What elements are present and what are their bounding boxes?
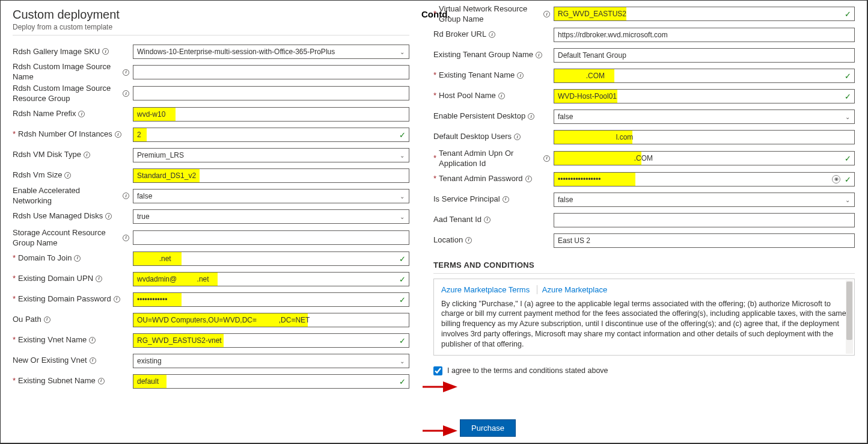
info-icon[interactable] <box>543 155 550 162</box>
arrow-icon <box>421 381 459 393</box>
custom-img-name-input[interactable] <box>133 65 409 79</box>
terms-text: By clicking "Purchase," I (a) agree to t… <box>441 299 847 350</box>
required-icon: * <box>433 174 436 184</box>
domain-upn-input[interactable] <box>133 272 409 286</box>
accel-net-select[interactable] <box>133 189 409 203</box>
required-icon: * <box>13 335 16 345</box>
info-icon[interactable] <box>517 72 524 79</box>
ou-path-input[interactable] <box>133 313 409 327</box>
label-disk-type: Rdsh VM Disk Type <box>13 150 81 160</box>
info-icon[interactable] <box>78 111 85 117</box>
info-icon[interactable] <box>514 134 521 140</box>
agree-label: I agree to the terms and conditions stat… <box>447 366 608 375</box>
info-icon[interactable] <box>89 337 96 344</box>
storage-rg-input[interactable] <box>133 230 409 245</box>
info-icon[interactable] <box>105 213 112 220</box>
info-icon[interactable] <box>64 172 71 179</box>
label-storage-rg: Storage Account Resource Group Name <box>13 228 120 248</box>
info-icon[interactable] <box>102 48 109 55</box>
subnet-name-input[interactable] <box>133 374 409 389</box>
disk-type-select[interactable] <box>133 148 409 162</box>
info-icon[interactable] <box>123 69 129 76</box>
label-new-exist-vnet: New Or Existing Vnet <box>13 356 87 366</box>
label-default-users: Default Desktop Users <box>433 132 512 142</box>
info-icon[interactable] <box>528 113 534 120</box>
admin-pwd-input[interactable] <box>554 172 855 187</box>
scrollbar[interactable] <box>846 280 853 354</box>
info-icon[interactable] <box>123 235 129 241</box>
label-domain-pwd: Existing Domain Password <box>18 294 111 304</box>
label-vnet-name: Existing Vnet Name <box>18 335 87 345</box>
required-icon: * <box>13 294 16 304</box>
info-icon[interactable] <box>123 90 129 97</box>
label-tenant-group: Existing Tenant Group Name <box>433 50 533 60</box>
vm-size-input[interactable] <box>133 168 409 183</box>
info-icon[interactable] <box>123 193 129 199</box>
location-input[interactable] <box>554 233 855 248</box>
info-icon[interactable] <box>114 296 120 303</box>
label-persistent: Enable Persistent Desktop <box>433 111 525 122</box>
label-custom-img-name: Rdsh Custom Image Source Name <box>13 62 120 82</box>
info-icon[interactable] <box>98 378 105 384</box>
vnet-name-input[interactable] <box>133 333 409 348</box>
info-icon[interactable] <box>465 237 472 244</box>
info-icon[interactable] <box>44 316 50 323</box>
name-prefix-input[interactable] <box>133 107 409 122</box>
label-vm-size: Rdsh Vm Size <box>13 170 62 180</box>
terms-heading: TERMS AND CONDITIONS <box>433 261 855 274</box>
info-icon[interactable] <box>484 217 491 223</box>
domain-join-input[interactable] <box>133 251 409 266</box>
arrow-icon <box>421 425 459 437</box>
info-icon[interactable] <box>115 131 121 138</box>
admin-upn-input[interactable] <box>554 151 855 165</box>
info-icon[interactable] <box>543 11 550 17</box>
custom-img-rg-input[interactable] <box>133 86 409 100</box>
new-exist-vnet-select[interactable] <box>133 354 409 368</box>
label-is-sp: Is Service Principal <box>433 194 500 205</box>
persistent-select[interactable] <box>554 109 855 124</box>
label-name-prefix: Rdsh Name Prefix <box>13 109 76 119</box>
agree-checkbox[interactable] <box>433 366 442 375</box>
tenant-name-input[interactable] <box>554 69 855 83</box>
required-icon: * <box>433 9 436 19</box>
terms-box: Azure Marketplace Terms Azure Marketplac… <box>433 279 855 356</box>
broker-url-input[interactable] <box>554 28 855 42</box>
info-icon[interactable] <box>74 255 81 262</box>
required-icon: * <box>433 91 436 101</box>
required-icon: * <box>13 253 16 264</box>
default-users-input[interactable] <box>554 130 855 144</box>
tenant-group-input[interactable] <box>554 48 855 63</box>
info-icon[interactable] <box>503 196 509 203</box>
header-divider <box>13 35 409 35</box>
label-domain-upn: Existing Domain UPN <box>18 274 93 284</box>
gallery-sku-select[interactable] <box>133 45 409 59</box>
info-icon[interactable] <box>525 176 532 182</box>
managed-disks-select[interactable] <box>133 209 409 224</box>
info-icon[interactable] <box>489 31 495 38</box>
azure-marketplace-terms-link[interactable]: Azure Marketplace Terms <box>441 285 530 294</box>
label-tenant-name: Existing Tenant Name <box>439 70 515 81</box>
info-icon[interactable] <box>96 276 102 282</box>
required-icon: * <box>433 70 436 81</box>
label-admin-pwd: Tenant Admin Password <box>439 174 522 184</box>
vnet-rg-input[interactable] <box>554 7 855 21</box>
domain-pwd-input[interactable] <box>133 292 409 307</box>
host-pool-input[interactable] <box>554 89 855 103</box>
required-icon: * <box>13 129 16 140</box>
aad-tenant-input[interactable] <box>554 213 855 227</box>
info-icon[interactable] <box>498 93 505 99</box>
info-icon[interactable] <box>84 152 90 158</box>
num-instances-input[interactable] <box>133 128 409 142</box>
is-sp-select[interactable] <box>554 193 855 207</box>
reveal-password-icon[interactable] <box>832 175 840 183</box>
label-domain-join: Domain To Join <box>18 253 72 264</box>
info-icon[interactable] <box>90 357 96 364</box>
label-host-pool: Host Pool Name <box>439 91 496 101</box>
purchase-button[interactable]: Purchase <box>460 419 516 437</box>
label-aad-tenant: Aad Tenant Id <box>433 215 481 225</box>
azure-marketplace-link[interactable]: Azure Marketplace <box>542 285 607 294</box>
label-accel-net: Enable Accelerated Networking <box>13 186 120 206</box>
required-icon: * <box>13 376 16 386</box>
info-icon[interactable] <box>536 52 542 58</box>
label-admin-upn: Tenant Admin Upn Or Application Id <box>439 149 541 169</box>
